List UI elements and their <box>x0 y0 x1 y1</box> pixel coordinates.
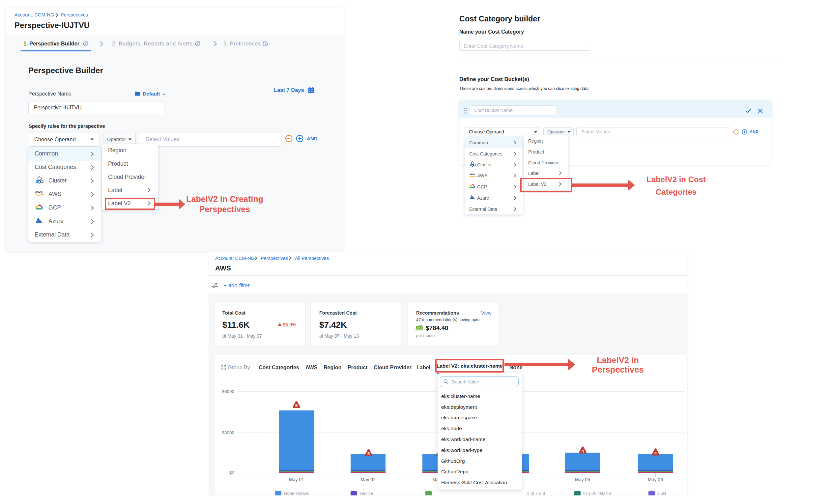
svg-text:aws: aws <box>469 173 475 176</box>
svg-text:5: 5 <box>367 451 369 456</box>
svg-text:4: 4 <box>581 449 584 454</box>
svg-text:aws: aws <box>35 190 42 194</box>
svg-text:5: 5 <box>295 403 297 408</box>
svg-text:4: 4 <box>654 451 657 455</box>
